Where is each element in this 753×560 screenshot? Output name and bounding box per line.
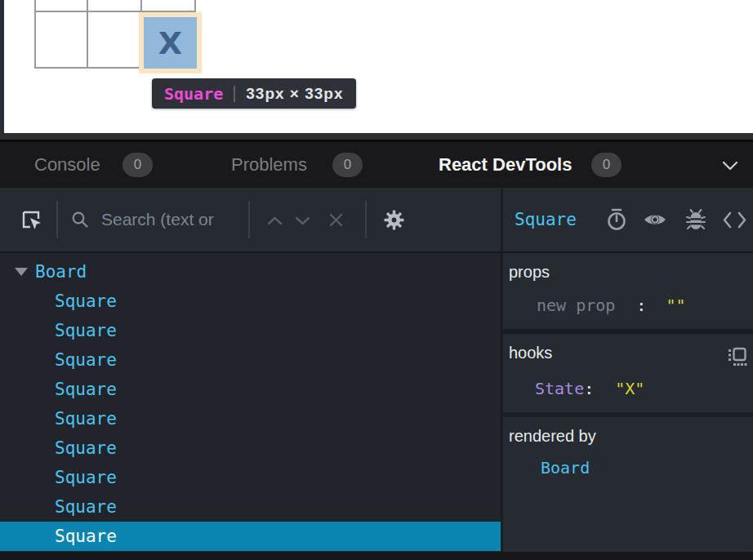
browser-page-area: X Square 33px × 33px	[0, 0, 753, 133]
tree-item-label: Board	[35, 262, 87, 282]
profiler-stopwatch-icon[interactable]	[605, 207, 628, 235]
tree-item-label: Square	[55, 527, 117, 546]
tooltip-divider	[234, 86, 235, 102]
clear-search-icon[interactable]	[329, 213, 343, 230]
state-hook-value[interactable]: "X"	[615, 379, 644, 398]
tree-item-label: Square	[55, 350, 117, 370]
tree-row-square[interactable]: Square	[0, 375, 501, 404]
tree-row-square[interactable]: Square	[0, 404, 501, 433]
new-prop-key-input[interactable]: new prop	[537, 296, 615, 315]
page-bottom-strip	[0, 133, 753, 140]
tree-row-square[interactable]: Square	[0, 492, 501, 522]
hooks-section-title: hooks	[509, 344, 552, 362]
tree-item-label: Square	[55, 497, 117, 517]
inspect-tooltip: Square 33px × 33px	[152, 78, 356, 109]
tree-row-square[interactable]: Square	[0, 463, 501, 492]
props-section-title: props	[509, 263, 550, 282]
tree-item-label: Square	[55, 380, 117, 399]
tree-item-label: Square	[55, 321, 117, 340]
selected-component-name: Square	[515, 188, 577, 251]
toolbar-divider	[248, 201, 250, 238]
next-result-icon[interactable]	[295, 215, 310, 229]
components-tree: Board Square Square Square Square Square…	[0, 253, 501, 552]
search-icon	[71, 211, 90, 233]
new-prop-row[interactable]: new prop : ""	[537, 296, 685, 315]
inspected-element-panel: props new prop : "" hooks State	[503, 253, 753, 552]
colon: :	[584, 379, 594, 398]
app-window: X Square 33px × 33px Console 0 Problems …	[0, 0, 753, 560]
problems-count-badge: 0	[332, 153, 363, 177]
parse-hook-names-icon[interactable]	[725, 345, 748, 368]
inspect-dom-eye-icon[interactable]	[643, 211, 667, 232]
search-input[interactable]: Search (text or	[101, 188, 214, 251]
tree-row-square[interactable]: Square	[0, 433, 501, 463]
toolbar-divider	[56, 201, 58, 238]
tree-item-label: Square	[55, 409, 117, 429]
collapse-panel-chevron-icon[interactable]	[722, 160, 738, 175]
tree-item-label: Square	[55, 468, 117, 487]
console-count-badge: 0	[123, 153, 153, 177]
settings-gear-icon[interactable]	[383, 209, 405, 234]
state-hook-label: State	[535, 379, 584, 398]
bottom-strip	[0, 552, 753, 560]
previous-result-icon[interactable]	[267, 215, 283, 229]
tab-problems[interactable]: Problems	[231, 142, 307, 188]
react-devtools-toolbar: Search (text or	[0, 188, 753, 253]
tree-row-square[interactable]: Square	[0, 345, 501, 375]
hooks-section: hooks State : "X"	[503, 334, 753, 412]
toolbar-divider	[365, 201, 367, 238]
page-left-edge	[0, 0, 4, 133]
element-picker-icon[interactable]	[20, 208, 44, 236]
tree-row-square-selected[interactable]: Square	[0, 522, 501, 551]
rendered-by-section-title: rendered by	[509, 427, 596, 446]
state-hook-row: State : "X"	[535, 379, 644, 398]
expander-triangle-icon[interactable]	[15, 268, 28, 276]
inspect-highlight-content[interactable]: X	[144, 17, 197, 69]
inspect-highlight-padding: X	[139, 12, 202, 73]
new-prop-value-input[interactable]: ""	[666, 296, 685, 315]
tooltip-dimensions: 33px × 33px	[246, 85, 343, 103]
rendered-by-row: Board	[541, 458, 590, 478]
tab-console[interactable]: Console	[34, 142, 100, 188]
devtools-tab-bar: Console 0 Problems 0 React DevTools 0	[0, 142, 753, 188]
tree-item-label: Square	[55, 438, 117, 458]
debug-bug-icon[interactable]	[684, 207, 707, 235]
tree-row-square[interactable]: Square	[0, 316, 501, 345]
view-source-code-icon[interactable]	[722, 210, 747, 233]
props-section: props new prop : ""	[503, 253, 753, 329]
rendered-by-section: rendered by Board	[503, 417, 753, 552]
react-devtools-count-badge: 0	[591, 153, 622, 177]
tab-react-devtools[interactable]: React DevTools	[439, 142, 572, 188]
tree-row-board[interactable]: Board	[0, 257, 501, 287]
tree-row-square[interactable]: Square	[0, 287, 501, 316]
square-cell-value: X	[158, 25, 182, 61]
owner-link[interactable]: Board	[541, 458, 590, 478]
tree-item-label: Square	[55, 291, 117, 311]
tooltip-component-name: Square	[164, 84, 223, 104]
colon: :	[636, 296, 646, 315]
